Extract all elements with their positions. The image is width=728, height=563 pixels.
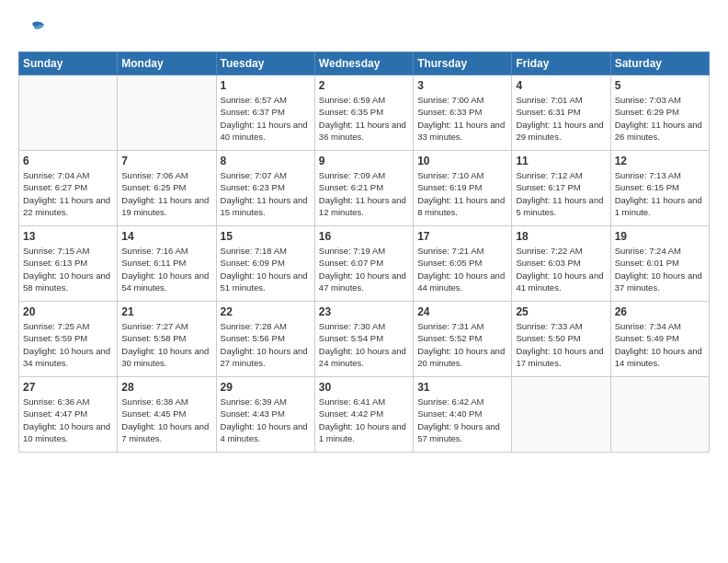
day-number: 22 (221, 305, 311, 318)
day-number: 6 (23, 155, 113, 167)
day-number: 14 (121, 230, 211, 243)
day-info: Sunrise: 7:15 AM Sunset: 6:13 PM Dayligh… (23, 245, 113, 293)
day-number: 23 (319, 305, 409, 318)
calendar-week-2: 6Sunrise: 7:04 AM Sunset: 6:27 PM Daylig… (19, 151, 710, 226)
day-info: Sunrise: 6:59 AM Sunset: 6:35 PM Dayligh… (319, 94, 409, 143)
calendar-cell: 24Sunrise: 7:31 AM Sunset: 5:52 PM Dayli… (414, 302, 512, 377)
calendar-week-4: 20Sunrise: 7:25 AM Sunset: 5:59 PM Dayli… (19, 302, 710, 377)
calendar-cell: 16Sunrise: 7:19 AM Sunset: 6:07 PM Dayli… (314, 226, 413, 302)
day-number: 19 (615, 230, 705, 243)
day-info: Sunrise: 7:24 AM Sunset: 6:01 PM Dayligh… (615, 245, 705, 293)
calendar-cell: 14Sunrise: 7:16 AM Sunset: 6:11 PM Dayli… (118, 226, 216, 302)
day-info: Sunrise: 6:39 AM Sunset: 4:43 PM Dayligh… (221, 396, 311, 444)
day-info: Sunrise: 7:09 AM Sunset: 6:21 PM Dayligh… (319, 169, 409, 218)
weekday-header-sunday: Sunday (19, 52, 118, 75)
day-number: 15 (221, 230, 311, 243)
calendar-cell: 13Sunrise: 7:15 AM Sunset: 6:13 PM Dayli… (19, 226, 118, 302)
weekday-header-monday: Monday (118, 52, 216, 75)
day-number: 26 (615, 305, 705, 318)
calendar-cell: 3Sunrise: 7:00 AM Sunset: 6:33 PM Daylig… (414, 75, 512, 151)
calendar-cell: 31Sunrise: 6:42 AM Sunset: 4:40 PM Dayli… (414, 377, 512, 453)
calendar-table: SundayMondayTuesdayWednesdayThursdayFrid… (18, 52, 710, 453)
day-info: Sunrise: 6:41 AM Sunset: 4:42 PM Dayligh… (319, 396, 409, 444)
day-number: 8 (221, 155, 311, 167)
day-info: Sunrise: 7:00 AM Sunset: 6:33 PM Dayligh… (417, 94, 507, 143)
day-info: Sunrise: 7:06 AM Sunset: 6:25 PM Dayligh… (121, 169, 211, 218)
day-info: Sunrise: 7:30 AM Sunset: 5:54 PM Dayligh… (319, 320, 409, 369)
calendar-week-1: 1Sunrise: 6:57 AM Sunset: 6:37 PM Daylig… (19, 75, 710, 151)
day-info: Sunrise: 7:03 AM Sunset: 6:29 PM Dayligh… (615, 94, 705, 143)
calendar-cell: 12Sunrise: 7:13 AM Sunset: 6:15 PM Dayli… (610, 151, 709, 226)
day-info: Sunrise: 7:31 AM Sunset: 5:52 PM Dayligh… (417, 320, 507, 369)
day-info: Sunrise: 7:21 AM Sunset: 6:05 PM Dayligh… (417, 245, 507, 293)
day-info: Sunrise: 7:34 AM Sunset: 5:49 PM Dayligh… (615, 320, 705, 369)
page: SundayMondayTuesdayWednesdayThursdayFrid… (0, 0, 728, 563)
day-info: Sunrise: 7:18 AM Sunset: 6:09 PM Dayligh… (221, 245, 311, 293)
day-number: 10 (417, 155, 507, 167)
calendar-cell: 29Sunrise: 6:39 AM Sunset: 4:43 PM Dayli… (216, 377, 314, 453)
weekday-header-saturday: Saturday (610, 52, 709, 75)
weekday-header-thursday: Thursday (414, 52, 512, 75)
calendar-cell (118, 75, 216, 151)
header (18, 17, 710, 42)
day-info: Sunrise: 7:25 AM Sunset: 5:59 PM Dayligh… (23, 320, 113, 369)
calendar-week-3: 13Sunrise: 7:15 AM Sunset: 6:13 PM Dayli… (19, 226, 710, 302)
day-number: 21 (121, 305, 211, 318)
calendar-cell: 6Sunrise: 7:04 AM Sunset: 6:27 PM Daylig… (19, 151, 118, 226)
day-info: Sunrise: 7:19 AM Sunset: 6:07 PM Dayligh… (319, 245, 409, 293)
calendar-cell: 17Sunrise: 7:21 AM Sunset: 6:05 PM Dayli… (414, 226, 512, 302)
day-info: Sunrise: 6:57 AM Sunset: 6:37 PM Dayligh… (221, 94, 311, 143)
day-info: Sunrise: 7:16 AM Sunset: 6:11 PM Dayligh… (121, 245, 211, 293)
calendar-cell: 20Sunrise: 7:25 AM Sunset: 5:59 PM Dayli… (19, 302, 118, 377)
day-number: 13 (23, 230, 113, 243)
calendar-cell: 15Sunrise: 7:18 AM Sunset: 6:09 PM Dayli… (216, 226, 314, 302)
day-info: Sunrise: 7:27 AM Sunset: 5:58 PM Dayligh… (121, 320, 211, 369)
day-number: 17 (417, 230, 507, 243)
calendar-cell: 10Sunrise: 7:10 AM Sunset: 6:19 PM Dayli… (414, 151, 512, 226)
day-number: 3 (417, 79, 507, 92)
day-number: 30 (319, 381, 409, 394)
day-number: 9 (319, 155, 409, 167)
calendar-cell: 21Sunrise: 7:27 AM Sunset: 5:58 PM Dayli… (118, 302, 216, 377)
calendar-cell: 23Sunrise: 7:30 AM Sunset: 5:54 PM Dayli… (314, 302, 413, 377)
calendar-cell: 18Sunrise: 7:22 AM Sunset: 6:03 PM Dayli… (512, 226, 610, 302)
calendar-cell: 2Sunrise: 6:59 AM Sunset: 6:35 PM Daylig… (314, 75, 413, 151)
logo (18, 17, 46, 42)
calendar-cell: 22Sunrise: 7:28 AM Sunset: 5:56 PM Dayli… (216, 302, 314, 377)
day-number: 4 (516, 79, 606, 92)
day-info: Sunrise: 7:04 AM Sunset: 6:27 PM Dayligh… (23, 169, 113, 218)
calendar-cell: 5Sunrise: 7:03 AM Sunset: 6:29 PM Daylig… (610, 75, 709, 151)
day-number: 2 (319, 79, 409, 92)
day-info: Sunrise: 7:28 AM Sunset: 5:56 PM Dayligh… (221, 320, 311, 369)
day-number: 11 (516, 155, 606, 167)
day-info: Sunrise: 6:36 AM Sunset: 4:47 PM Dayligh… (23, 396, 113, 444)
day-number: 20 (23, 305, 113, 318)
calendar-cell: 30Sunrise: 6:41 AM Sunset: 4:42 PM Dayli… (314, 377, 413, 453)
calendar-cell (512, 377, 610, 453)
calendar-cell: 27Sunrise: 6:36 AM Sunset: 4:47 PM Dayli… (19, 377, 118, 453)
day-number: 29 (221, 381, 311, 394)
calendar-cell: 28Sunrise: 6:38 AM Sunset: 4:45 PM Dayli… (118, 377, 216, 453)
weekday-header-tuesday: Tuesday (216, 52, 314, 75)
weekday-header-wednesday: Wednesday (314, 52, 413, 75)
day-info: Sunrise: 7:13 AM Sunset: 6:15 PM Dayligh… (615, 169, 705, 218)
calendar-cell: 1Sunrise: 6:57 AM Sunset: 6:37 PM Daylig… (216, 75, 314, 151)
day-number: 16 (319, 230, 409, 243)
calendar-cell: 25Sunrise: 7:33 AM Sunset: 5:50 PM Dayli… (512, 302, 610, 377)
day-info: Sunrise: 7:10 AM Sunset: 6:19 PM Dayligh… (417, 169, 507, 218)
weekday-header-friday: Friday (512, 52, 610, 75)
calendar-cell (610, 377, 709, 453)
day-info: Sunrise: 7:33 AM Sunset: 5:50 PM Dayligh… (516, 320, 606, 369)
day-number: 25 (516, 305, 606, 318)
day-info: Sunrise: 7:12 AM Sunset: 6:17 PM Dayligh… (516, 169, 606, 218)
calendar-cell: 19Sunrise: 7:24 AM Sunset: 6:01 PM Dayli… (610, 226, 709, 302)
day-number: 24 (417, 305, 507, 318)
day-info: Sunrise: 7:22 AM Sunset: 6:03 PM Dayligh… (516, 245, 606, 293)
day-info: Sunrise: 6:42 AM Sunset: 4:40 PM Dayligh… (417, 396, 507, 444)
calendar-cell: 11Sunrise: 7:12 AM Sunset: 6:17 PM Dayli… (512, 151, 610, 226)
day-number: 5 (615, 79, 705, 92)
calendar-cell: 8Sunrise: 7:07 AM Sunset: 6:23 PM Daylig… (216, 151, 314, 226)
day-number: 28 (121, 381, 211, 394)
day-number: 1 (221, 79, 311, 92)
calendar-cell: 7Sunrise: 7:06 AM Sunset: 6:25 PM Daylig… (118, 151, 216, 226)
